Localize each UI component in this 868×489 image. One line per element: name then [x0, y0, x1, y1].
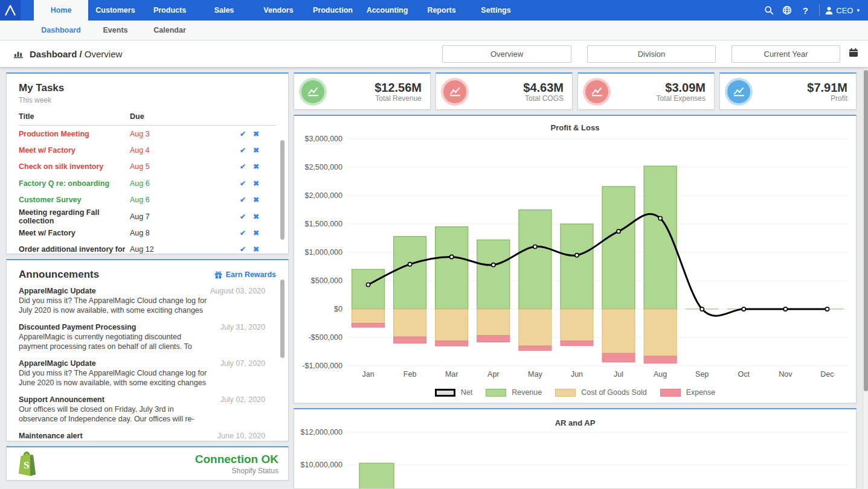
task-dismiss-icon[interactable]: ✖	[249, 196, 263, 204]
svg-text:$1,000,000: $1,000,000	[304, 248, 342, 257]
task-complete-icon[interactable]: ✔	[236, 245, 249, 254]
announcements-card: Announcements Earn Rewards ApparelMagic …	[6, 259, 289, 441]
task-row: Factory Q re: onboardingAug 6✔✖	[19, 175, 276, 191]
announcement-item: ApparelMagic UpdateAugust 03, 2020Did yo…	[19, 287, 276, 315]
announcement-date: July 31, 2020	[220, 323, 265, 331]
task-complete-icon[interactable]: ✔	[236, 162, 249, 171]
task-dismiss-icon[interactable]: ✖	[249, 146, 263, 155]
sub-navigation: DashboardEventsCalendar	[0, 21, 868, 40]
shopify-status-text: Connection OK Shopify Status	[195, 453, 278, 475]
nav-item-customers[interactable]: Customers	[88, 0, 143, 21]
svg-text:$12,000,000: $12,000,000	[300, 428, 342, 436]
legend-swatch	[435, 389, 455, 397]
announcement-body: Did you miss it? The ApparelMagic Cloud …	[19, 296, 208, 315]
task-title: Production Meeting	[19, 130, 130, 138]
legend-label: Revenue	[512, 388, 542, 397]
nav-item-reports[interactable]: Reports	[414, 0, 469, 21]
announcement-item: Maintenance alertJune 10, 2020On June 13…	[19, 432, 276, 441]
tasks-title: My Tasks	[19, 82, 276, 94]
kpi-text: $7.91MProfit	[807, 81, 847, 103]
kpi-label: Total COGS	[523, 94, 564, 103]
announcement-date: June 10, 2020	[217, 432, 265, 440]
nav-item-sales[interactable]: Sales	[197, 0, 251, 21]
task-complete-icon[interactable]: ✔	[236, 179, 249, 188]
kpi-value: $7.91M	[807, 81, 847, 94]
search-icon[interactable]	[760, 5, 778, 15]
user-menu[interactable]: CEO ▾	[825, 6, 860, 15]
apparelmagic-logo[interactable]	[0, 0, 21, 21]
task-complete-icon[interactable]: ✔	[236, 213, 249, 221]
earn-rewards-link[interactable]: Earn Rewards	[214, 270, 276, 279]
task-row: Meeting regarding Fall collectionAug 7✔✖	[19, 208, 276, 225]
svg-text:Jun: Jun	[571, 370, 583, 379]
nav-right: ? CEO ▾	[760, 0, 868, 21]
kpi-chart-icon	[301, 80, 324, 103]
nav-item-vendors[interactable]: Vendors	[251, 0, 306, 21]
nav-item-home[interactable]: Home	[34, 0, 88, 21]
subnav-item-events[interactable]: Events	[88, 21, 143, 40]
nav-divider	[819, 4, 820, 16]
task-dismiss-icon[interactable]: ✖	[249, 213, 263, 221]
tasks-table: Title Due Production MeetingAug 3✔✖Meet …	[19, 112, 276, 254]
overview-button[interactable]: Overview	[442, 45, 571, 63]
kpi-card-total-revenue: $12.56MTotal Revenue	[294, 72, 431, 110]
task-dismiss-icon[interactable]: ✖	[249, 130, 263, 138]
task-due: Aug 4	[130, 146, 236, 155]
legend-swatch	[660, 389, 681, 397]
shopify-status-label: Shopify Status	[195, 467, 278, 475]
announcement-date: July 02, 2020	[220, 395, 265, 404]
nav-item-products[interactable]: Products	[143, 0, 197, 21]
globe-icon[interactable]	[778, 5, 796, 15]
svg-text:$1,500,000: $1,500,000	[304, 220, 342, 228]
division-button[interactable]: Division	[587, 45, 716, 63]
kpi-card-profit: $7.91MProfit	[719, 72, 857, 110]
svg-text:$0: $0	[334, 305, 342, 313]
shopify-status-card: S Connection OK Shopify Status	[6, 446, 289, 481]
current-year-button[interactable]: Current Year	[731, 45, 840, 63]
task-row: Customer SurveyAug 6✔✖	[19, 192, 276, 208]
user-icon	[825, 6, 834, 15]
tasks-table-header: Title Due	[19, 112, 276, 126]
kpi-chart-icon	[585, 80, 608, 103]
page-scrollbar[interactable]	[863, 68, 868, 489]
calendar-icon[interactable]	[849, 48, 858, 60]
svg-text:Sep: Sep	[695, 370, 709, 379]
task-dismiss-icon[interactable]: ✖	[249, 179, 263, 188]
toolbar: Dashboard / Overview OverviewDivisionCur…	[0, 40, 868, 68]
task-complete-icon[interactable]: ✔	[236, 130, 249, 138]
nav-item-settings[interactable]: Settings	[469, 0, 523, 21]
dashboard-chart-icon	[13, 50, 24, 59]
nav-item-accounting[interactable]: Accounting	[360, 0, 414, 21]
task-title: Order additional inventory for	[19, 245, 130, 254]
dashboard-content: My Tasks This week Title Due Production …	[0, 68, 868, 489]
task-dismiss-icon[interactable]: ✖	[249, 229, 263, 237]
task-row: Check on silk inventoryAug 5✔✖	[19, 159, 276, 175]
subnav-item-calendar[interactable]: Calendar	[143, 21, 197, 40]
earn-rewards-label: Earn Rewards	[226, 270, 276, 279]
task-row: Order additional inventory forAug 12✔✖	[19, 241, 276, 254]
left-column: My Tasks This week Title Due Production …	[6, 72, 289, 489]
legend-label: Expense	[686, 388, 716, 397]
announcement-body: Did you miss it? The ApparelMagic Cloud …	[19, 369, 208, 388]
ar-ap-chart: AR and AP$12,000,000$10,000,000	[294, 409, 856, 489]
svg-text:-$1,000,000: -$1,000,000	[302, 362, 342, 370]
task-dismiss-icon[interactable]: ✖	[249, 162, 263, 171]
announcement-item: Support AnnouncementJuly 02, 2020Our off…	[19, 395, 276, 424]
gift-icon	[214, 271, 222, 279]
svg-text:Jan: Jan	[362, 370, 374, 379]
task-dismiss-icon[interactable]: ✖	[249, 245, 263, 254]
ar-ap-chart-card: AR and AP$12,000,000$10,000,000	[294, 408, 857, 489]
task-complete-icon[interactable]: ✔	[236, 196, 249, 204]
tasks-scrollbar[interactable]	[280, 140, 285, 240]
subnav-item-dashboard[interactable]: Dashboard	[34, 21, 88, 40]
page-scrollbar-thumb[interactable]	[864, 70, 868, 391]
svg-text:$500,000: $500,000	[311, 276, 342, 285]
nav-item-production[interactable]: Production	[306, 0, 360, 21]
svg-text:$2,000,000: $2,000,000	[304, 191, 342, 200]
task-complete-icon[interactable]: ✔	[236, 229, 249, 237]
task-complete-icon[interactable]: ✔	[236, 146, 249, 155]
announcements-scrollbar[interactable]	[280, 280, 285, 358]
help-icon[interactable]: ?	[796, 5, 814, 16]
kpi-value: $4.63M	[523, 81, 564, 94]
profit-loss-chart-card: Profit & Loss$3,000,000$2,500,000$2,000,…	[294, 115, 857, 403]
